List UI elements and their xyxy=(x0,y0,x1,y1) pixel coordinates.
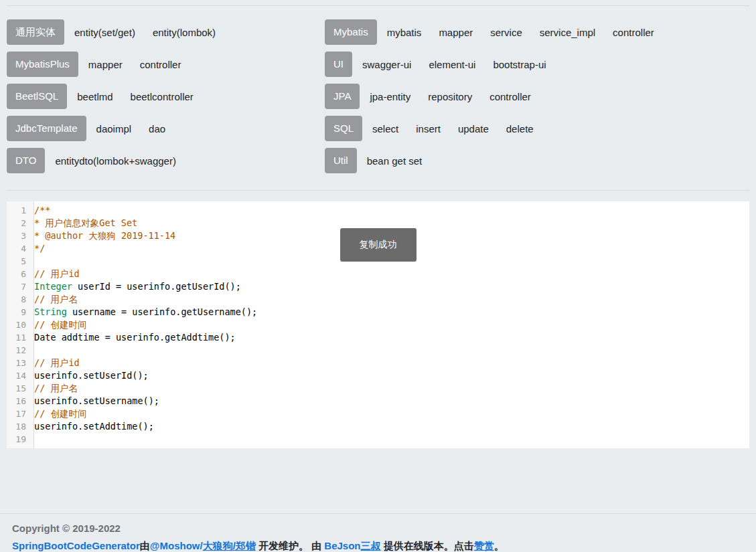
group-row-common-entity: 通用实体 entity(set/get) entity(lombok) xyxy=(7,19,325,45)
link-sql-insert[interactable]: insert xyxy=(416,123,441,134)
dalanggou-zhengkai-link[interactable]: 大狼狗/郑锴 xyxy=(203,540,256,551)
link-daoimpl[interactable]: daoimpl xyxy=(96,123,132,134)
group-label-mybatisplus[interactable]: MybatisPlus xyxy=(7,52,78,77)
group-label-util[interactable]: Util xyxy=(325,148,357,173)
group-label-common-entity[interactable]: 通用实体 xyxy=(7,19,64,45)
group-row-dto: DTO entitydto(lombok+swagger) xyxy=(7,148,325,173)
footer-text-maintain: 开发维护。 由 xyxy=(256,540,325,551)
panel-code-divider xyxy=(7,190,749,191)
group-row-mybatis: Mybatis mybatis mapper service service_i… xyxy=(325,19,749,45)
springbootcodegenerator-link[interactable]: SpringBootCodeGenerator xyxy=(12,540,140,551)
link-jpa-repository[interactable]: repository xyxy=(428,91,472,102)
copy-success-toast: 复制成功 xyxy=(340,228,417,262)
panel-left-column: 通用实体 entity(set/get) entity(lombok) Myba… xyxy=(7,19,325,180)
link-bootstrap-ui[interactable]: bootstrap-ui xyxy=(493,59,546,70)
donate-link[interactable]: 赞赏 xyxy=(474,540,494,551)
footer-text-by: 由 xyxy=(140,540,150,551)
link-sql-update[interactable]: update xyxy=(458,123,489,134)
link-mybatis[interactable]: mybatis xyxy=(387,27,422,38)
link-mybatisplus-controller[interactable]: controller xyxy=(140,59,181,70)
link-element-ui[interactable]: element-ui xyxy=(429,59,475,70)
link-swagger-ui[interactable]: swagger-ui xyxy=(362,59,411,70)
link-entity-lombok[interactable]: entity(lombok) xyxy=(153,27,216,38)
link-mybatis-controller[interactable]: controller xyxy=(613,27,654,38)
group-row-sql: SQL select insert update delete xyxy=(325,116,749,141)
copyright-text: Copyright © 2019-2022 xyxy=(12,523,744,534)
panel-right-column: Mybatis mybatis mapper service service_i… xyxy=(325,19,749,180)
footer-text-period: 。 xyxy=(494,540,504,551)
group-row-mybatisplus: MybatisPlus mapper controller xyxy=(7,52,325,77)
bejson-link[interactable]: BeJson xyxy=(324,540,360,551)
group-row-ui: UI swagger-ui element-ui bootstrap-ui xyxy=(325,52,749,77)
link-entitydto-lombok-swagger[interactable]: entitydto(lombok+swagger) xyxy=(55,155,176,167)
page: 通用实体 entity(set/get) entity(lombok) Myba… xyxy=(0,5,756,448)
moshow-link[interactable]: @Moshow/ xyxy=(150,540,203,551)
group-label-dto[interactable]: DTO xyxy=(7,148,45,173)
link-sql-select[interactable]: select xyxy=(372,123,398,134)
group-label-beetlsql[interactable]: BeetlSQL xyxy=(7,84,67,109)
link-beetlmd[interactable]: beetlmd xyxy=(77,91,112,102)
link-jpa-entity[interactable]: jpa-entity xyxy=(370,91,410,102)
group-label-jdbctemplate[interactable]: JdbcTemplate xyxy=(7,116,86,141)
link-dao[interactable]: dao xyxy=(149,123,165,134)
group-row-jpa: JPA jpa-entity repository controller xyxy=(325,84,749,109)
group-label-sql[interactable]: SQL xyxy=(325,116,362,141)
link-sql-delete[interactable]: delete xyxy=(506,123,534,134)
group-label-ui[interactable]: UI xyxy=(325,52,352,77)
footer-credits: SpringBootCodeGenerator由@Moshow/大狼狗/郑锴 开… xyxy=(12,540,744,552)
code-editor[interactable]: 1/**2* 用户信息对象Get Set3* @author 大狼狗 2019-… xyxy=(7,201,749,448)
group-row-jdbctemplate: JdbcTemplate daoimpl dao xyxy=(7,116,325,141)
link-jpa-controller[interactable]: controller xyxy=(489,91,531,102)
group-row-beetlsql: BeetlSQL beetlmd beetlcontroller xyxy=(7,84,325,109)
link-mybatis-mapper[interactable]: mapper xyxy=(439,27,473,38)
link-beetlcontroller[interactable]: beetlcontroller xyxy=(131,91,194,102)
link-mybatis-service-impl[interactable]: service_impl xyxy=(540,27,595,38)
link-entity-set-get[interactable]: entity(set/get) xyxy=(74,27,135,38)
sanshu-link[interactable]: 三叔 xyxy=(361,540,381,551)
link-bean-get-set[interactable]: bean get set xyxy=(367,155,423,167)
link-mybatisplus-mapper[interactable]: mapper xyxy=(88,59,123,70)
generator-button-panel: 通用实体 entity(set/get) entity(lombok) Myba… xyxy=(7,19,749,180)
link-mybatis-service[interactable]: service xyxy=(490,27,522,38)
top-divider xyxy=(7,5,749,6)
footer: Copyright © 2019-2022 SpringBootCodeGene… xyxy=(0,514,756,552)
footer-text-provide: 提供在线版本。点击 xyxy=(381,540,474,551)
group-row-util: Util bean get set xyxy=(325,148,749,173)
group-label-jpa[interactable]: JPA xyxy=(325,84,360,109)
group-label-mybatis[interactable]: Mybatis xyxy=(325,19,377,45)
